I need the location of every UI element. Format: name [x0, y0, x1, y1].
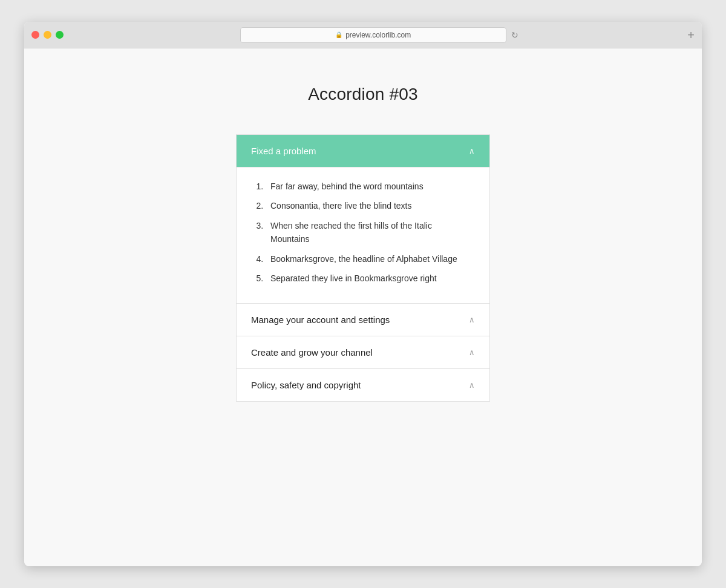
- accordion-body-1: Far far away, behind the word mountains …: [237, 167, 489, 303]
- accordion-header-4[interactable]: Policy, safety and copyright: [237, 369, 489, 401]
- accordion-list-1: Far far away, behind the word mountains …: [255, 180, 471, 285]
- list-item: Separated they live in Bookmarksgrove ri…: [266, 272, 471, 285]
- browser-content: Accordion #03 Fixed a problem Far far aw…: [24, 48, 702, 566]
- url-text: preview.colorlib.com: [345, 31, 411, 39]
- accordion-item-3: Create and grow your channel: [236, 336, 490, 369]
- address-bar[interactable]: 🔒 preview.colorlib.com: [240, 27, 506, 43]
- accordion-label-4: Policy, safety and copyright: [251, 380, 361, 390]
- list-item: Consonantia, there live the blind texts: [266, 199, 471, 212]
- accordion-label-3: Create and grow your channel: [251, 347, 373, 358]
- browser-titlebar: 🔒 preview.colorlib.com ↻ +: [24, 22, 702, 48]
- lock-icon: 🔒: [335, 31, 342, 38]
- chevron-up-icon-1: [469, 146, 475, 155]
- accordion: Fixed a problem Far far away, behind the…: [236, 134, 490, 402]
- accordion-header-1[interactable]: Fixed a problem: [237, 135, 489, 167]
- address-bar-container: 🔒 preview.colorlib.com ↻: [71, 27, 687, 43]
- list-item: Bookmarksgrove, the headline of Alphabet…: [266, 252, 471, 266]
- accordion-header-2[interactable]: Manage your account and settings: [237, 304, 489, 336]
- accordion-label-1: Fixed a problem: [251, 146, 316, 156]
- accordion-item-2: Manage your account and settings: [236, 304, 490, 336]
- chevron-up-icon-3: [469, 348, 475, 357]
- maximize-button[interactable]: [56, 31, 64, 39]
- list-item: Far far away, behind the word mountains: [266, 180, 471, 193]
- new-tab-button[interactable]: +: [687, 29, 695, 41]
- close-button[interactable]: [31, 31, 39, 39]
- list-item: When she reached the first hills of the …: [266, 219, 471, 246]
- browser-window: 🔒 preview.colorlib.com ↻ + Accordion #03…: [24, 22, 702, 566]
- chevron-up-icon-2: [469, 315, 475, 324]
- reload-button[interactable]: ↻: [511, 30, 518, 40]
- accordion-label-2: Manage your account and settings: [251, 315, 390, 325]
- minimize-button[interactable]: [44, 31, 51, 39]
- accordion-item-4: Policy, safety and copyright: [236, 369, 490, 402]
- accordion-header-3[interactable]: Create and grow your channel: [237, 336, 489, 368]
- accordion-item-1: Fixed a problem Far far away, behind the…: [236, 134, 490, 304]
- chevron-up-icon-4: [469, 381, 475, 390]
- page-container: Accordion #03 Fixed a problem Far far aw…: [236, 85, 490, 402]
- browser-traffic-lights: [31, 31, 64, 39]
- page-title: Accordion #03: [236, 85, 490, 104]
